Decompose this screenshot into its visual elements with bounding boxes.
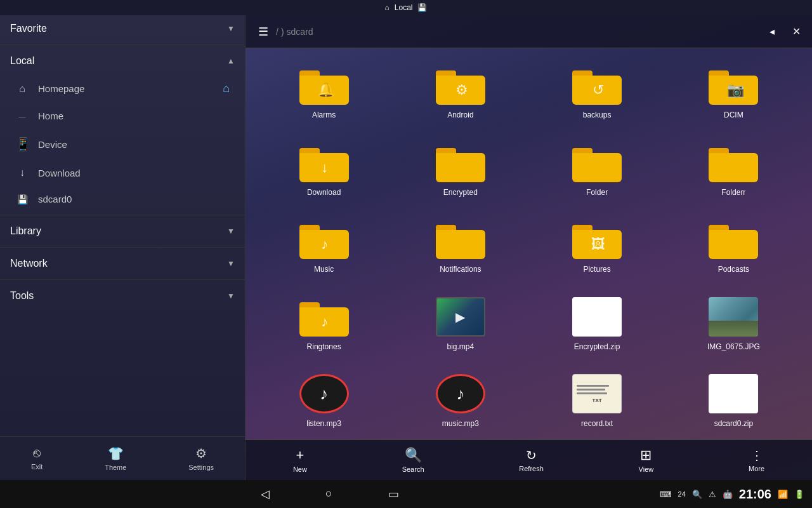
- file-item-listenmp3[interactable]: ♪ listen.mp3: [258, 367, 390, 434]
- sidebar-item-homepage[interactable]: ⌂ Homepage ⌂: [0, 74, 245, 103]
- nav-warning-icon: ⚠: [709, 490, 716, 499]
- ringtones-folder: ♪: [299, 297, 349, 337]
- nav-keyboard-icon: ⌨: [660, 490, 672, 499]
- folderr-icon: [708, 141, 759, 184]
- close-button[interactable]: ✕: [786, 22, 807, 41]
- dcim-icon: 📷: [708, 64, 759, 107]
- notifications-folder-icon: [435, 218, 486, 261]
- encrypted-folder-label: Encrypted: [443, 188, 478, 198]
- download-label: Download: [38, 168, 81, 178]
- settings-icon: ⚙: [195, 446, 207, 461]
- sidebar-item-home[interactable]: — Home: [0, 103, 245, 129]
- backups-inner-icon: ↺: [593, 82, 604, 98]
- theme-button[interactable]: 👕 Theme: [95, 442, 136, 475]
- file-item-folderr[interactable]: Folderr: [668, 136, 799, 203]
- back-button[interactable]: ◁: [248, 482, 282, 506]
- status-home-icon: ⌂: [385, 3, 390, 12]
- pictures-inner-icon: 🖼: [591, 236, 605, 253]
- sidebar-item-sdcard0[interactable]: 💾 sdcard0: [0, 186, 245, 212]
- sidebar-local-header[interactable]: Local ▲: [0, 48, 245, 74]
- listenmp3-icon: ♪: [299, 372, 350, 415]
- recordtxt-thumb: TXT: [572, 374, 622, 413]
- musicmp3-icon: ♪: [435, 372, 486, 415]
- homepage-home-icon: ⌂: [223, 82, 230, 95]
- podcasts-folder: [709, 220, 758, 259]
- pictures-folder: 🖼: [572, 220, 622, 259]
- file-item-music[interactable]: ♪ Music: [258, 213, 390, 280]
- file-item-folder[interactable]: Folder: [532, 136, 663, 203]
- more-icon: ⋮: [750, 448, 763, 463]
- file-item-backups[interactable]: ↺ backups: [532, 58, 663, 126]
- view-button[interactable]: ⊞ View: [626, 443, 667, 477]
- download-folder-icon: ↓: [299, 141, 350, 184]
- divider-4: [0, 279, 245, 280]
- refresh-button[interactable]: ↻ Refresh: [506, 444, 556, 476]
- file-item-download[interactable]: ↓ Download: [258, 136, 390, 203]
- file-item-bigmp4[interactable]: ▶ big.mp4: [395, 290, 526, 358]
- file-item-recordtxt[interactable]: TXT record.txt: [532, 367, 663, 434]
- listenmp3-thumb: ♪: [299, 374, 349, 413]
- notifications-folder: [436, 220, 485, 259]
- refresh-label: Refresh: [519, 465, 544, 472]
- encryptedzip-icon: [572, 295, 622, 338]
- file-item-alarms[interactable]: 🔔 Alarms: [258, 58, 390, 126]
- nav-bar: ◁ ○ ▭ ⌨ 24 🔍 ⚠ 🤖 21:06 📶 🔋: [0, 480, 812, 508]
- bigmp4-icon: ▶: [435, 295, 486, 338]
- library-label: Library: [10, 225, 41, 237]
- sidebar-item-device[interactable]: 📱 Device: [0, 129, 245, 159]
- encrypted-folder: [436, 143, 485, 182]
- nav-bar-right: ⌨ 24 🔍 ⚠ 🤖 21:06 📶 🔋: [660, 487, 804, 502]
- settings-button[interactable]: ⚙ Settings: [178, 442, 224, 475]
- new-button[interactable]: + New: [280, 443, 320, 477]
- new-label: New: [293, 465, 307, 473]
- file-grid: 🔔 Alarms ⚙ Android ↺: [246, 48, 812, 439]
- notifications-label: Notifications: [440, 265, 481, 275]
- divider-2: [0, 215, 245, 215]
- pictures-label: Pictures: [583, 265, 610, 275]
- file-item-img0675[interactable]: IMG_0675.JPG: [668, 290, 799, 358]
- recent-button[interactable]: ▭: [376, 482, 412, 506]
- theme-label: Theme: [105, 464, 126, 471]
- home-nav-button[interactable]: ○: [313, 482, 345, 506]
- sdcard0-icon: 💾: [15, 194, 29, 204]
- img0675-label: IMG_0675.JPG: [707, 342, 760, 352]
- view-label: View: [639, 465, 654, 473]
- breadcrumb: / ) sdcard: [276, 27, 763, 37]
- file-item-sdcard0zip[interactable]: sdcard0.zip: [668, 367, 799, 434]
- mp4-play-icon: ▶: [455, 309, 465, 324]
- podcasts-folder-icon: [708, 218, 759, 261]
- sidebar-item-download[interactable]: ↓ Download: [0, 159, 245, 186]
- exit-button[interactable]: ⎋ Exit: [21, 442, 53, 475]
- file-item-musicmp3[interactable]: ♪ music.mp3: [395, 367, 526, 434]
- file-item-podcasts[interactable]: Podcasts: [668, 213, 799, 280]
- homepage-label: Homepage: [38, 83, 84, 94]
- home-icon: —: [15, 112, 29, 120]
- network-chevron: ▼: [227, 259, 235, 268]
- file-item-pictures[interactable]: 🖼 Pictures: [532, 213, 663, 280]
- download-folder: ↓: [299, 143, 349, 182]
- menu-button[interactable]: ☰: [251, 20, 276, 44]
- search-button[interactable]: 🔍 Search: [390, 443, 437, 477]
- sdcard-path-label: sdcard: [287, 27, 313, 37]
- view-icon: ⊞: [640, 447, 652, 464]
- music-folder-icon: ♪: [299, 218, 350, 261]
- sdcard0-label: sdcard0: [38, 194, 72, 204]
- file-item-notifications[interactable]: Notifications: [395, 213, 526, 280]
- file-item-android[interactable]: ⚙ Android: [395, 58, 526, 126]
- sidebar-favorite-header[interactable]: Favorite ▼: [0, 15, 245, 42]
- path-sep1: /: [276, 27, 278, 37]
- file-item-ringtones[interactable]: ♪ Ringtones: [258, 290, 390, 358]
- sidebar-network-header[interactable]: Network ▼: [0, 250, 245, 277]
- file-item-encrypted-folder[interactable]: Encrypted: [395, 136, 526, 203]
- folderr-folder: [709, 143, 758, 182]
- more-button[interactable]: ⋮ More: [736, 444, 777, 476]
- alarms-inner-icon: 🔔: [317, 82, 334, 98]
- sidebar-library-header[interactable]: Library ▼: [0, 218, 245, 244]
- file-item-encryptedzip[interactable]: Encrypted.zip: [532, 290, 663, 358]
- folder-label: Folder: [586, 188, 608, 198]
- network-label: Network: [10, 258, 48, 269]
- sidebar-tools-header[interactable]: Tools ▼: [0, 283, 245, 309]
- file-item-dcim[interactable]: 📷 DCIM: [668, 58, 799, 126]
- folder-folder: [572, 143, 622, 182]
- collapse-button[interactable]: ◂: [763, 22, 781, 41]
